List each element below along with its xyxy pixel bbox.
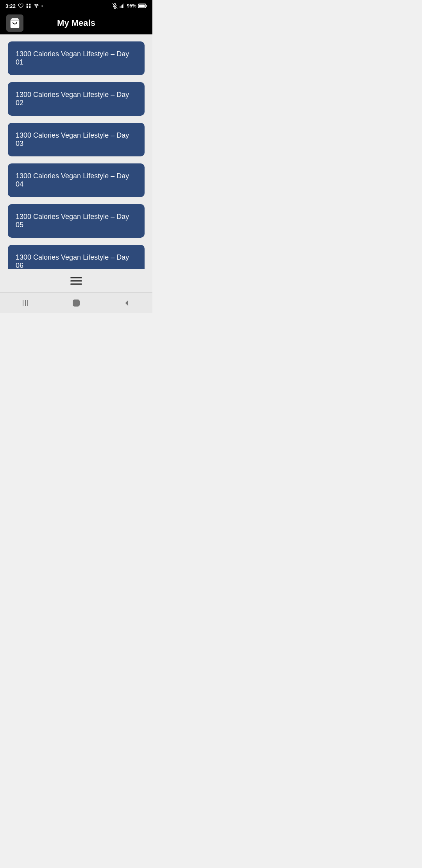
status-right: 95% bbox=[112, 3, 147, 9]
svg-rect-11 bbox=[123, 4, 124, 8]
grid-icon bbox=[26, 3, 31, 9]
meal-day-05-button[interactable]: 1300 Calories Vegan Lifestyle – Day 05 bbox=[8, 204, 145, 238]
status-bar: 3:22 • 95% bbox=[0, 0, 152, 12]
meal-day-04-button[interactable]: 1300 Calories Vegan Lifestyle – Day 04 bbox=[8, 163, 145, 197]
battery-text: 95% bbox=[127, 3, 136, 9]
meal-day-03-button[interactable]: 1300 Calories Vegan Lifestyle – Day 03 bbox=[8, 123, 145, 156]
svg-rect-8 bbox=[120, 6, 121, 8]
svg-rect-9 bbox=[121, 5, 122, 8]
svg-rect-2 bbox=[27, 6, 28, 8]
svg-rect-1 bbox=[29, 4, 30, 5]
hamburger-line-2 bbox=[70, 280, 82, 282]
svg-rect-19 bbox=[73, 300, 79, 306]
hamburger-menu-button[interactable] bbox=[70, 277, 82, 285]
signal-icon bbox=[120, 3, 125, 9]
meal-day-01-button[interactable]: 1300 Calories Vegan Lifestyle – Day 01 bbox=[8, 41, 145, 75]
meal-day-02-button[interactable]: 1300 Calories Vegan Lifestyle – Day 02 bbox=[8, 82, 145, 116]
hamburger-line-1 bbox=[70, 277, 82, 278]
svg-rect-14 bbox=[139, 5, 145, 7]
app-header: My Meals bbox=[0, 12, 152, 34]
svg-rect-0 bbox=[27, 4, 28, 5]
meal-day-06-button[interactable]: 1300 Calories Vegan Lifestyle – Day 06 bbox=[8, 245, 145, 269]
page-title: My Meals bbox=[23, 18, 129, 28]
battery-icon bbox=[138, 4, 147, 8]
bottom-menu-area bbox=[0, 269, 152, 292]
time-display: 3:22 bbox=[5, 3, 16, 9]
hamburger-line-3 bbox=[70, 283, 82, 285]
mute-icon bbox=[112, 3, 118, 9]
svg-rect-13 bbox=[146, 5, 147, 7]
wifi-icon bbox=[34, 3, 39, 9]
navigation-bar bbox=[0, 292, 152, 313]
home-button[interactable] bbox=[64, 295, 89, 311]
dot-indicator: • bbox=[41, 4, 43, 8]
meals-list: 1300 Calories Vegan Lifestyle – Day 0113… bbox=[0, 34, 152, 269]
svg-point-4 bbox=[36, 7, 36, 8]
status-left: 3:22 • bbox=[5, 3, 43, 9]
svg-rect-10 bbox=[122, 5, 123, 8]
back-button[interactable] bbox=[114, 295, 139, 311]
recents-button[interactable] bbox=[13, 295, 38, 311]
recents-icon bbox=[21, 298, 30, 308]
home-icon bbox=[72, 298, 81, 308]
cart-icon-button[interactable] bbox=[6, 14, 23, 32]
back-icon bbox=[122, 298, 132, 308]
heart-icon bbox=[18, 3, 23, 9]
cart-icon bbox=[9, 17, 21, 29]
svg-rect-3 bbox=[29, 6, 30, 8]
